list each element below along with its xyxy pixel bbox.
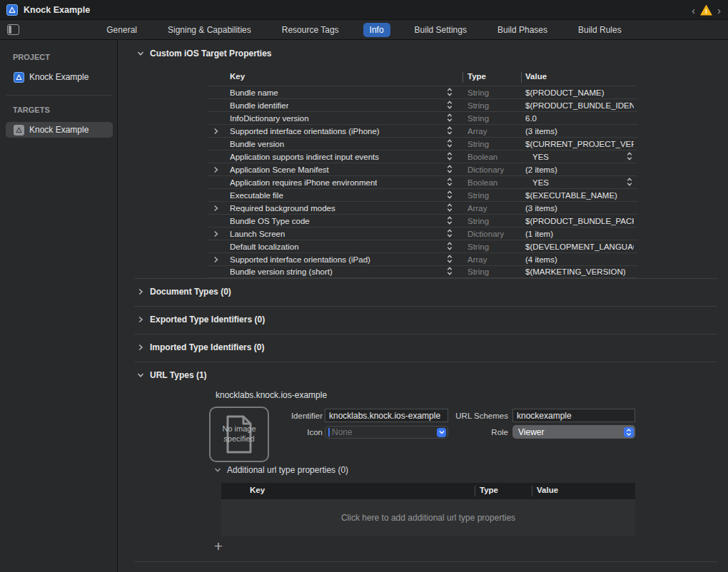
property-value[interactable]: $(DEVELOPMENT_LANGUAGI: [525, 242, 634, 251]
chevron-right-icon[interactable]: [137, 288, 144, 295]
section-exported-type-identifiers[interactable]: Exported Type Identifiers (0): [137, 315, 265, 325]
project-section-header: PROJECT: [13, 53, 50, 61]
target-icon: [14, 125, 24, 136]
role-popup-value: Viewer: [518, 427, 544, 437]
additional-properties-header[interactable]: Additional url type properties (0): [214, 465, 348, 475]
role-popup-button[interactable]: Viewer: [512, 425, 635, 439]
property-key: Bundle version: [230, 140, 284, 148]
property-row[interactable]: Bundle OS Type codeString$(PRODUCT_BUNDL…: [207, 214, 637, 227]
key-stepper-icon[interactable]: [447, 163, 453, 176]
combobox-dropdown-icon[interactable]: [437, 428, 446, 437]
key-stepper-icon[interactable]: [447, 253, 453, 266]
icon-combobox-value: None: [332, 427, 353, 437]
property-value[interactable]: (3 items): [525, 127, 557, 136]
property-value[interactable]: $(PRODUCT_BUNDLE_PACKA: [525, 217, 634, 225]
sidebar-item-target[interactable]: Knock Example: [6, 122, 113, 138]
sidebar-item-label: Knock Example: [29, 125, 89, 135]
key-stepper-icon[interactable]: [447, 265, 453, 278]
property-value[interactable]: $(MARKETING_VERSION): [525, 267, 626, 276]
chevron-down-icon[interactable]: [137, 50, 144, 57]
chevron-down-icon[interactable]: [214, 466, 221, 474]
property-row[interactable]: Default localizationString$(DEVELOPMENT_…: [207, 240, 637, 252]
disclosure-chevron-icon[interactable]: [213, 125, 219, 138]
disclosure-chevron-icon[interactable]: [213, 202, 219, 215]
url-type-image-well[interactable]: No image specified: [209, 407, 269, 462]
add-url-type-button[interactable]: +: [212, 541, 225, 553]
property-value[interactable]: $(PRODUCT_NAME): [525, 88, 605, 97]
identifier-value: knocklabs.knock.ios-example: [329, 411, 440, 421]
add-property-row[interactable]: Click here to add additional url type pr…: [221, 499, 635, 536]
property-value[interactable]: (1 item): [525, 230, 553, 238]
value-stepper-icon[interactable]: [627, 150, 632, 163]
url-schemes-field[interactable]: knockexample: [512, 409, 635, 422]
key-stepper-icon[interactable]: [447, 99, 453, 112]
property-value[interactable]: (3 items): [525, 204, 557, 213]
property-row[interactable]: Application supports indirect input even…: [207, 150, 637, 163]
section-custom-properties[interactable]: Custom iOS Target Properties: [137, 48, 271, 58]
tab-signing-capabilities[interactable]: Signing & Capabilities: [161, 23, 258, 37]
property-value[interactable]: YES: [532, 178, 549, 187]
identifier-field[interactable]: knocklabs.knock.ios-example: [325, 409, 448, 422]
back-chevron-icon[interactable]: ‹: [692, 5, 695, 16]
disclosure-chevron-icon[interactable]: [213, 228, 219, 240]
section-imported-type-identifiers[interactable]: Imported Type Identifiers (0): [137, 342, 264, 352]
property-row[interactable]: Supported interface orientations (iPhone…: [207, 124, 637, 137]
chevron-right-icon[interactable]: [137, 316, 144, 323]
tab-info[interactable]: Info: [363, 23, 390, 37]
property-value[interactable]: (2 items): [525, 165, 557, 174]
property-value[interactable]: $(CURRENT_PROJECT_VERS: [525, 140, 634, 148]
key-stepper-icon[interactable]: [447, 125, 453, 138]
property-row[interactable]: Executable fileString$(EXECUTABLE_NAME): [207, 188, 637, 201]
property-value[interactable]: (4 items): [525, 255, 557, 264]
tab-general[interactable]: General: [100, 23, 143, 37]
property-type: Array: [467, 255, 487, 264]
url-type-item-name: knocklabs.knock.ios-example: [216, 390, 327, 400]
tab-build-rules[interactable]: Build Rules: [572, 23, 628, 37]
key-stepper-icon[interactable]: [447, 86, 453, 99]
section-document-types[interactable]: Document Types (0): [137, 287, 231, 297]
property-key: Executable file: [230, 191, 283, 200]
forward-chevron-icon[interactable]: ›: [717, 5, 721, 16]
property-value[interactable]: YES: [532, 153, 549, 161]
key-stepper-icon[interactable]: [447, 240, 453, 253]
key-stepper-icon[interactable]: [447, 189, 453, 202]
key-stepper-icon[interactable]: [447, 215, 453, 228]
tab-resource-tags[interactable]: Resource Tags: [275, 23, 345, 37]
key-stepper-icon[interactable]: [447, 228, 453, 240]
disclosure-chevron-icon[interactable]: [213, 253, 219, 266]
property-row[interactable]: Bundle identifierString$(PRODUCT_BUNDLE_…: [207, 98, 637, 111]
property-key: Bundle identifier: [230, 101, 288, 110]
property-value[interactable]: $(PRODUCT_BUNDLE_IDENT: [525, 101, 634, 110]
additional-table-header: Key Type Value: [221, 483, 635, 499]
disclosure-chevron-icon[interactable]: [213, 163, 219, 176]
key-stepper-icon[interactable]: [447, 112, 453, 125]
sidebar-item-project[interactable]: Knock Example: [6, 69, 113, 85]
property-row[interactable]: Launch ScreenDictionary(1 item): [207, 227, 637, 240]
icon-combobox[interactable]: None: [325, 426, 448, 439]
property-row[interactable]: Application requires iPhone environmentB…: [207, 175, 637, 188]
chevron-down-icon[interactable]: [137, 372, 144, 379]
key-stepper-icon[interactable]: [447, 202, 453, 215]
property-row[interactable]: InfoDictionary versionString6.0: [207, 111, 637, 124]
tab-build-settings[interactable]: Build Settings: [408, 23, 473, 37]
property-row[interactable]: Supported interface orientations (iPad)A…: [207, 252, 637, 265]
property-row[interactable]: Bundle versionString$(CURRENT_PROJECT_VE…: [207, 137, 637, 150]
property-row[interactable]: Application Scene ManifestDictionary(2 i…: [207, 163, 637, 175]
section-title: Document Types (0): [150, 287, 231, 297]
property-key: Application supports indirect input even…: [230, 153, 379, 161]
identifier-label: Identifier: [261, 412, 323, 420]
warning-icon[interactable]: !: [700, 5, 712, 16]
chevron-right-icon[interactable]: [137, 344, 144, 351]
property-row[interactable]: Required background modesArray(3 items): [207, 201, 637, 214]
value-stepper-icon[interactable]: [627, 176, 632, 189]
key-stepper-icon[interactable]: [447, 176, 453, 189]
key-stepper-icon[interactable]: [447, 150, 453, 163]
property-type: String: [467, 88, 489, 97]
section-url-types[interactable]: URL Types (1): [137, 370, 207, 380]
property-value[interactable]: $(EXECUTABLE_NAME): [525, 191, 617, 200]
property-row[interactable]: Bundle nameString$(PRODUCT_NAME): [207, 86, 637, 98]
tab-build-phases[interactable]: Build Phases: [491, 23, 554, 37]
key-stepper-icon[interactable]: [447, 138, 453, 150]
property-row[interactable]: Bundle version string (short)String$(MAR…: [207, 265, 637, 278]
property-value[interactable]: 6.0: [525, 114, 537, 123]
